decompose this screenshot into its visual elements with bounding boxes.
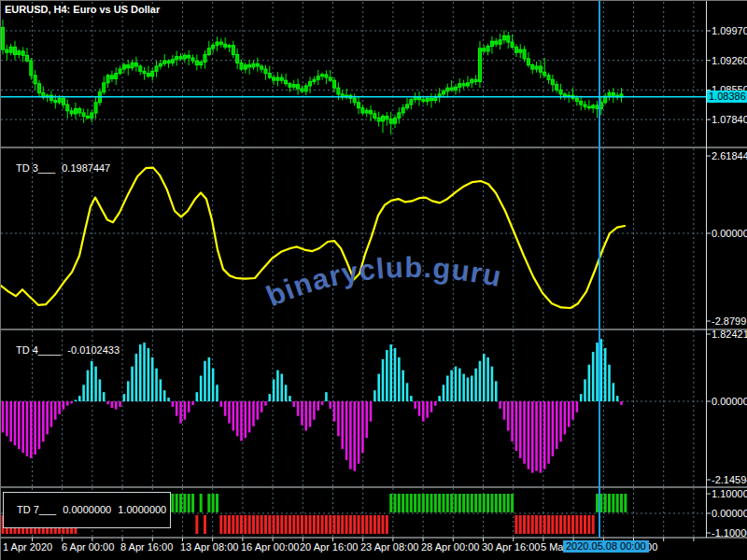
axis-label: 1.09260 [712,55,747,66]
axis-label: -1.1000000 [712,527,747,539]
time-axis-label: 28 Apr 00:00 [421,541,479,553]
time-axis-label: 8 Apr 16:00 [120,541,173,553]
axis-label: -2.1459450 [712,474,747,485]
candles-layer [2,20,623,134]
axis-label: -2.8799179 [712,315,747,327]
td7-value-1: 0.0000000 [63,504,111,515]
mt5-chart-window: EURUSD, H4: Euro vs US Dollar TD 3___0.1… [0,0,747,560]
axis-label: 2.6184499 [712,150,747,161]
chart-title: EURUSD, H4: Euro vs US Dollar [5,4,160,15]
td7-value-2: 1.0000000 [118,504,166,515]
axis-label: 0.0000000 [712,508,747,519]
svg-text:binaryclub.guru: binaryclub.guru [261,251,504,313]
time-axis-label: 20 Apr 16:00 [300,541,358,553]
time-axis-label: 23 Apr 08:00 [360,541,418,553]
time-axis-label: 30 Apr 16:00 [482,541,540,553]
td4-value: -0.0102433 [67,344,120,356]
watermark-text: binaryclub.guru [261,251,504,313]
axis-label: 0.0000000 [712,396,747,407]
time-axis-label: 1 Apr 2020 [3,541,52,553]
axis-label: 0.0000000 [712,228,747,239]
td7-name: TD 7___ [17,504,56,515]
time-axis-label: 6 Apr 00:00 [62,541,114,553]
td3-indicator-label: TD 3___0.1987447 [5,151,110,185]
td4-indicator-label: TD 4____-0.0102433 [5,333,120,367]
crosshair-price-badge: 1.08386 [707,91,747,103]
td3-name: TD 3___ [16,162,55,174]
watermark: binaryclub.guru [253,244,514,318]
crosshair-time-badge: 2020.05.08 00:00 [563,540,649,553]
time-axis-label: 13 Apr 08:00 [180,541,238,553]
axis-label: 1.07840 [712,114,747,125]
time-axis-label: 16 Apr 00:00 [241,541,299,553]
axis-label: 1.8242179 [712,329,747,340]
time-axis[interactable]: 2020.05.08 00:00 :00 1 Apr 20206 Apr 00:… [1,539,747,557]
td4-name: TD 4____ [16,344,61,356]
td7-indicator-label: TD 7___0.00000001.0000000 [3,492,171,528]
axis-label: 1.1000000 [712,488,747,499]
axis-label: 1.09970 [712,25,747,36]
td3-value: 0.1987447 [62,162,110,174]
